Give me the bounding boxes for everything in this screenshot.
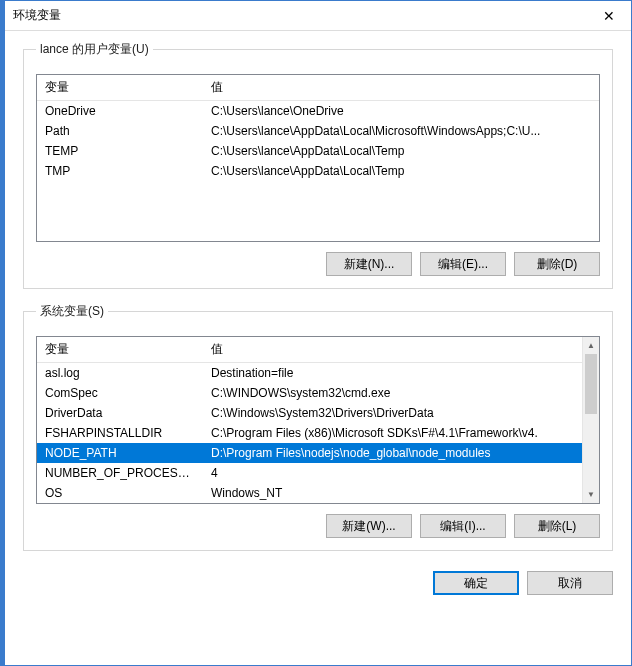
user-new-button[interactable]: 新建(N)... [326,252,412,276]
table-row[interactable]: FSHARPINSTALLDIRC:\Program Files (x86)\M… [37,423,582,443]
table-row[interactable]: OneDriveC:\Users\lance\OneDrive [37,101,599,122]
variable-name-cell: NUMBER_OF_PROCESSORS [37,463,203,483]
table-row[interactable]: ComSpecC:\WINDOWS\system32\cmd.exe [37,383,582,403]
variable-value-cell: 4 [203,463,582,483]
variable-name-cell: FSHARPINSTALLDIR [37,423,203,443]
variable-name-cell: TMP [37,161,203,181]
variable-value-cell: C:\WINDOWS\system32\cmd.exe [203,383,582,403]
column-header-value[interactable]: 值 [203,75,599,101]
user-variables-table-wrap: 变量 值 OneDriveC:\Users\lance\OneDrivePath… [36,74,600,242]
table-row[interactable]: TEMPC:\Users\lance\AppData\Local\Temp [37,141,599,161]
titlebar: 环境变量 ✕ [5,1,631,31]
ok-button[interactable]: 确定 [433,571,519,595]
system-new-button[interactable]: 新建(W)... [326,514,412,538]
close-icon[interactable]: ✕ [586,1,631,31]
variable-name-cell: Path [37,121,203,141]
system-buttons-row: 新建(W)... 编辑(I)... 删除(L) [36,514,600,538]
table-row[interactable]: NUMBER_OF_PROCESSORS4 [37,463,582,483]
dialog-content: lance 的用户变量(U) 变量 值 OneDriveC:\Users\lan… [5,31,631,665]
variable-value-cell: C:\Users\lance\AppData\Local\Temp [203,141,599,161]
variable-value-cell: C:\Windows\System32\Drivers\DriverData [203,403,582,423]
user-buttons-row: 新建(N)... 编辑(E)... 删除(D) [36,252,600,276]
variable-value-cell: C:\Program Files (x86)\Microsoft SDKs\F#… [203,423,582,443]
variable-name-cell: TEMP [37,141,203,161]
variable-name-cell: DriverData [37,403,203,423]
table-row[interactable]: asl.logDestination=file [37,363,582,384]
dialog-footer: 确定 取消 [23,565,613,595]
variable-value-cell: D:\Program Files\nodejs\node_global\node… [203,443,582,463]
scroll-up-icon[interactable]: ▲ [583,337,599,354]
table-row[interactable]: PathC:\Users\lance\AppData\Local\Microso… [37,121,599,141]
variable-value-cell: C:\Users\lance\OneDrive [203,101,599,122]
table-row[interactable]: TMPC:\Users\lance\AppData\Local\Temp [37,161,599,181]
system-scrollbar[interactable]: ▲ ▼ [582,337,599,503]
system-variables-table-wrap: 变量 值 asl.logDestination=fileComSpecC:\WI… [36,336,600,504]
variable-value-cell: Destination=file [203,363,582,384]
variable-name-cell: ComSpec [37,383,203,403]
window-title: 环境变量 [13,7,586,24]
cancel-button[interactable]: 取消 [527,571,613,595]
system-edit-button[interactable]: 编辑(I)... [420,514,506,538]
variable-name-cell: OS [37,483,203,503]
column-header-name[interactable]: 变量 [37,337,203,363]
scroll-thumb[interactable] [585,354,597,414]
user-edit-button[interactable]: 编辑(E)... [420,252,506,276]
system-variables-group: 系统变量(S) 变量 值 asl.logDestination=fileComS… [23,303,613,551]
variable-value-cell: Windows_NT [203,483,582,503]
column-header-value[interactable]: 值 [203,337,582,363]
variable-name-cell: NODE_PATH [37,443,203,463]
table-row[interactable]: NODE_PATHD:\Program Files\nodejs\node_gl… [37,443,582,463]
variable-name-cell: asl.log [37,363,203,384]
user-variables-group: lance 的用户变量(U) 变量 值 OneDriveC:\Users\lan… [23,41,613,289]
system-variables-table[interactable]: 变量 值 asl.logDestination=fileComSpecC:\WI… [37,337,582,503]
user-variables-table[interactable]: 变量 值 OneDriveC:\Users\lance\OneDrivePath… [37,75,599,181]
table-row[interactable]: DriverDataC:\Windows\System32\Drivers\Dr… [37,403,582,423]
scroll-down-icon[interactable]: ▼ [583,486,599,503]
column-header-name[interactable]: 变量 [37,75,203,101]
system-delete-button[interactable]: 删除(L) [514,514,600,538]
environment-variables-dialog: 环境变量 ✕ lance 的用户变量(U) 变量 值 OneDriveC:\Us… [0,0,632,666]
table-row[interactable]: OSWindows_NT [37,483,582,503]
scroll-track[interactable] [583,354,599,486]
variable-value-cell: C:\Users\lance\AppData\Local\Microsoft\W… [203,121,599,141]
variable-value-cell: C:\Users\lance\AppData\Local\Temp [203,161,599,181]
user-delete-button[interactable]: 删除(D) [514,252,600,276]
user-variables-legend: lance 的用户变量(U) [36,41,153,58]
system-variables-legend: 系统变量(S) [36,303,108,320]
variable-name-cell: OneDrive [37,101,203,122]
